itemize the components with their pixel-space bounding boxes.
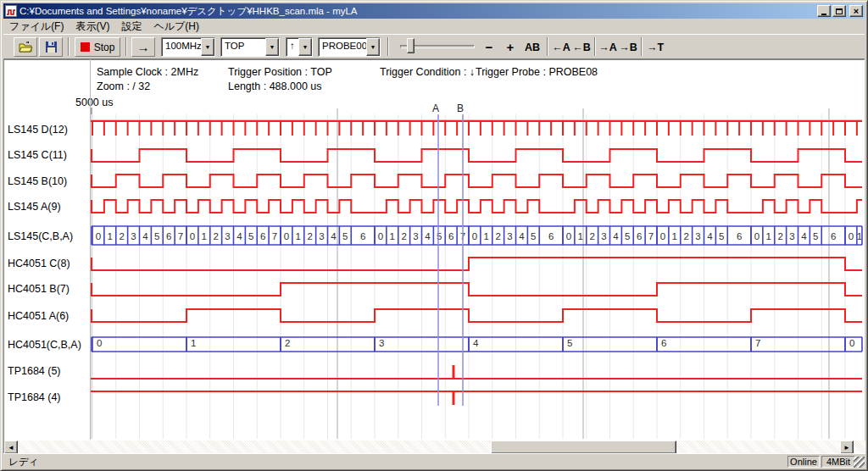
- chevron-down-icon[interactable]: ▼: [366, 38, 380, 56]
- stop-label: Stop: [94, 42, 115, 53]
- maximize-icon: [836, 8, 843, 14]
- open-folder-icon: [19, 42, 33, 53]
- goto-cursor-b-right-button[interactable]: →B: [620, 37, 637, 57]
- menu-file[interactable]: ファイル(F): [3, 19, 70, 35]
- channel-label: TP1684 (5): [8, 364, 61, 378]
- waveform-client-area: [3, 59, 865, 456]
- close-button[interactable]: ×: [849, 5, 863, 17]
- scroll-left-icon: ◄: [8, 444, 14, 452]
- trigger-position-text: Trigger Position : TOP: [228, 66, 332, 78]
- close-icon: ×: [854, 7, 859, 16]
- toolbar-separator: [547, 37, 548, 56]
- scroll-right-button[interactable]: ►: [840, 441, 854, 454]
- goto-cursor-a-right-button[interactable]: →A: [599, 37, 616, 57]
- channel-label: HC4051 C(8): [8, 257, 70, 270]
- app-window: C:¥Documents and Settings¥noname¥デスクトップ¥…: [0, 0, 868, 471]
- scroll-left-button[interactable]: ◄: [4, 441, 18, 454]
- menu-bar: ファイル(F) 表示(V) 設定 ヘルプ(H): [3, 19, 865, 34]
- scrollbar-thumb[interactable]: [491, 441, 676, 454]
- clock-combo[interactable]: 100MHz ▼: [161, 37, 215, 57]
- trigger-position-combo[interactable]: TOP ▼: [220, 37, 280, 57]
- toolbar-separator: [641, 37, 643, 56]
- menu-settings[interactable]: 設定: [115, 19, 147, 35]
- open-button[interactable]: [14, 37, 37, 57]
- channel-label: LS145(C,B,A): [8, 230, 73, 243]
- chevron-down-icon[interactable]: ▼: [201, 38, 214, 56]
- clock-combo-value: 100MHz: [162, 38, 201, 56]
- goto-cursor-a-left-button[interactable]: ←A: [553, 37, 570, 57]
- time-scale-label: 5000 us: [75, 97, 113, 108]
- channel-label: LS145 B(10): [8, 175, 67, 188]
- horizontal-scrollbar[interactable]: ◄ ►: [4, 441, 865, 454]
- floppy-disk-icon: [46, 42, 57, 53]
- toolbar-separator: [125, 37, 127, 56]
- toolbar-separator: [594, 37, 596, 56]
- resize-grip[interactable]: [854, 457, 865, 468]
- save-button[interactable]: [39, 37, 63, 57]
- trigger-position-value: TOP: [221, 38, 265, 56]
- channel-label: HC4051(C,B,A): [8, 338, 81, 352]
- sample-clock-text: Sample Clock : 2MHz: [97, 66, 198, 78]
- zoom-slider-thumb[interactable]: [407, 38, 415, 53]
- maximize-button[interactable]: [832, 5, 846, 17]
- trigger-probe-text: Trigger Probe : PROBE08: [476, 66, 598, 78]
- trigger-edge-combo[interactable]: ↑ ▼: [286, 37, 313, 57]
- zoom-text: Zoom : / 32: [97, 80, 150, 92]
- channel-label: LS145 A(9): [8, 200, 61, 213]
- stop-button[interactable]: Stop: [75, 37, 120, 57]
- zoom-in-button[interactable]: +: [504, 37, 517, 57]
- trigger-edge-value: ↑: [287, 38, 298, 56]
- length-text: Length : 488.000 us: [228, 80, 322, 92]
- app-icon: [5, 5, 17, 17]
- run-button[interactable]: →: [131, 37, 155, 57]
- trigger-probe-combo[interactable]: PROBE00 ▼: [318, 37, 381, 57]
- scroll-right-icon: ►: [843, 444, 850, 452]
- run-arrow-icon: →: [137, 40, 150, 54]
- window-title: C:¥Documents and Settings¥noname¥デスクトップ¥…: [19, 5, 814, 18]
- zoom-slider[interactable]: [400, 37, 475, 57]
- chevron-down-icon[interactable]: ▼: [265, 38, 279, 56]
- goto-cursor-b-left-button[interactable]: ←B: [573, 37, 590, 57]
- channel-label: HC4051 B(7): [8, 282, 70, 296]
- minimize-icon: [821, 14, 826, 15]
- stop-icon: [81, 42, 90, 52]
- status-online: Online: [787, 456, 820, 468]
- menu-view[interactable]: 表示(V): [70, 19, 115, 35]
- chevron-down-icon[interactable]: ▼: [298, 38, 312, 56]
- trigger-condition-text: Trigger Condition : ↓: [380, 66, 475, 78]
- label-column-separator: [90, 59, 91, 440]
- zoom-ab-button[interactable]: AB: [522, 37, 542, 57]
- trigger-probe-value: PROBE00: [319, 38, 366, 56]
- minimize-button[interactable]: [817, 5, 831, 17]
- toolbar-separator: [68, 37, 70, 56]
- goto-trigger-button[interactable]: →T: [646, 37, 665, 57]
- status-memory: 4MBit: [821, 456, 855, 468]
- toolbar-separator: [387, 37, 389, 56]
- channel-label: LS145 C(11): [8, 148, 67, 162]
- channel-label: LS145 D(12): [8, 123, 68, 136]
- status-bar: レディ Online 4MBit: [3, 453, 865, 468]
- toolbar: Stop → 100MHz ▼ TOP ▼ ↑ ▼ PROBE00 ▼ − + …: [3, 34, 865, 59]
- status-message: レディ: [8, 456, 38, 468]
- channel-label: HC4051 A(6): [8, 309, 69, 323]
- channel-label: TP1684 (4): [8, 391, 61, 404]
- menu-help[interactable]: ヘルプ(H): [147, 19, 205, 35]
- zoom-out-button[interactable]: −: [482, 37, 496, 57]
- title-bar: C:¥Documents and Settings¥noname¥デスクトップ¥…: [3, 3, 865, 19]
